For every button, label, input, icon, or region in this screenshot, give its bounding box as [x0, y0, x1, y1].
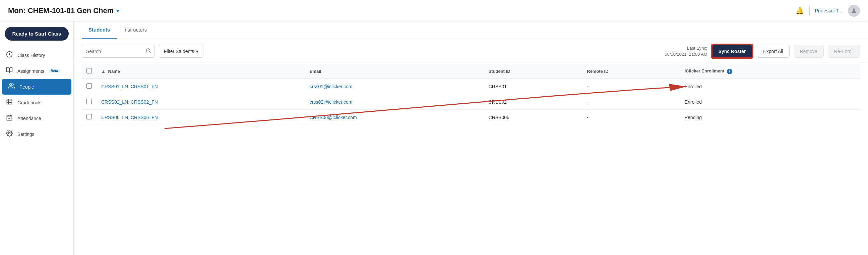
student-name-link[interactable]: CRSS02_LN, CRSS02_FN	[101, 99, 158, 105]
svg-rect-3	[7, 99, 12, 104]
svg-line-10	[150, 52, 151, 53]
sidebar-label-class-history: Class History	[18, 53, 45, 58]
tabs-bar: Students Instructors	[74, 22, 868, 39]
student-email-cell: crss02@iclicker.com	[305, 94, 484, 110]
reenroll-button[interactable]: Re-Enroll	[828, 45, 860, 58]
header-divider	[809, 6, 810, 16]
sidebar-item-people[interactable]: People	[2, 79, 71, 95]
remote-id-column-header: Remote ID	[582, 64, 680, 79]
sidebar-item-attendance[interactable]: Attendance	[0, 110, 73, 126]
student-name-cell: CRSS02_LN, CRSS02_FN	[96, 94, 305, 110]
row-checkbox-cell	[82, 79, 96, 94]
row-checkbox-cell	[82, 94, 96, 110]
header-right: 🔔 Professor T...	[796, 5, 860, 17]
row-checkbox[interactable]	[87, 83, 92, 89]
svg-point-2	[9, 84, 12, 86]
sidebar: Ready to Start Class Class History Assig…	[0, 22, 74, 255]
last-sync-value: 08/10/2021, 11:00 AM	[664, 52, 707, 57]
enrollment-info-icon[interactable]: i	[727, 69, 732, 74]
student-email-link[interactable]: crss02@iclicker.com	[310, 99, 352, 105]
settings-icon	[5, 130, 13, 138]
toolbar: Filter Students ▾ Last Sync: 08/10/2021,…	[74, 39, 868, 64]
student-name-link[interactable]: CRSS01_LN, CRSS01_FN	[101, 84, 158, 89]
row-checkbox[interactable]	[87, 98, 92, 104]
top-header: Mon: CHEM-101-01 Gen Chem ▾ 🔔 Professor …	[0, 0, 868, 22]
search-box	[82, 45, 155, 58]
email-column-header: Email	[305, 64, 484, 79]
name-column-header[interactable]: ▲ Name	[96, 64, 305, 79]
student-email-cell: crss01@iclicker.com	[305, 79, 484, 94]
student-name-cell: CRSS06_LN, CRSS06_FN	[96, 110, 305, 125]
avatar[interactable]	[848, 5, 860, 17]
last-sync-info: Last Sync: 08/10/2021, 11:00 AM	[664, 45, 707, 57]
tab-instructors[interactable]: Instructors	[117, 22, 154, 38]
svg-point-0	[853, 8, 855, 11]
enrollment-status-cell: Enrolled	[680, 79, 860, 94]
sort-arrow-icon: ▲	[101, 69, 105, 74]
main-layout: Ready to Start Class Class History Assig…	[0, 22, 868, 255]
student-id-column-header: Student ID	[484, 64, 583, 79]
clock-icon	[5, 51, 13, 59]
search-input[interactable]	[82, 49, 143, 54]
main-content: Students Instructors Filter Students ▾ L…	[74, 22, 868, 255]
enrollment-status-cell: Enrolled	[680, 94, 860, 110]
ready-to-start-class-button[interactable]: Ready to Start Class	[5, 27, 69, 40]
sidebar-item-settings[interactable]: Settings	[0, 126, 73, 142]
sidebar-label-assignments: Assignments	[18, 68, 44, 74]
filter-students-button[interactable]: Filter Students ▾	[159, 45, 204, 58]
remove-button[interactable]: Remove	[794, 45, 824, 58]
student-email-link[interactable]: CRSS06@iclicker.com	[310, 115, 357, 120]
svg-point-8	[9, 133, 10, 134]
sidebar-label-settings: Settings	[18, 132, 34, 137]
sidebar-label-people: People	[20, 84, 34, 90]
students-table: ▲ Name Email Student ID Remote ID	[82, 64, 860, 125]
select-all-column	[82, 64, 96, 79]
sidebar-item-class-history[interactable]: Class History	[0, 47, 73, 63]
gradebook-icon	[5, 98, 13, 107]
table-header-row: ▲ Name Email Student ID Remote ID	[82, 64, 860, 79]
student-name-link[interactable]: CRSS06_LN, CRSS06_FN	[101, 115, 158, 120]
remote-id-cell: -	[582, 94, 680, 110]
filter-chevron-icon: ▾	[196, 49, 198, 54]
people-icon	[7, 83, 16, 91]
remote-id-cell: -	[582, 79, 680, 94]
book-icon	[5, 67, 13, 75]
remote-id-cell: -	[582, 110, 680, 125]
svg-rect-4	[7, 115, 12, 120]
attendance-icon	[5, 114, 13, 122]
row-checkbox[interactable]	[87, 114, 92, 119]
sidebar-item-gradebook[interactable]: Gradebook	[0, 95, 73, 110]
search-button[interactable]	[143, 48, 155, 55]
svg-point-9	[147, 49, 150, 52]
student-email-cell: CRSS06@iclicker.com	[305, 110, 484, 125]
table-row: CRSS01_LN, CRSS01_FN crss01@iclicker.com…	[82, 79, 860, 94]
professor-name[interactable]: Professor T...	[815, 8, 842, 13]
sidebar-item-assignments[interactable]: Assignments Beta	[0, 63, 73, 79]
student-id-cell: CRSS02	[484, 94, 583, 110]
student-email-link[interactable]: crss01@iclicker.com	[310, 84, 352, 89]
student-id-cell: CRSS01	[484, 79, 583, 94]
iclicker-enrollment-column-header: iClicker Enrollment i	[680, 64, 860, 79]
table-row: CRSS02_LN, CRSS02_FN crss02@iclicker.com…	[82, 94, 860, 110]
sync-roster-button[interactable]: Sync Roster	[712, 44, 753, 58]
sidebar-label-attendance: Attendance	[18, 116, 41, 121]
select-all-checkbox[interactable]	[87, 68, 92, 74]
student-name-cell: CRSS01_LN, CRSS01_FN	[96, 79, 305, 94]
header-left: Mon: CHEM-101-01 Gen Chem ▾	[8, 6, 119, 15]
students-table-wrapper: ▲ Name Email Student ID Remote ID	[74, 64, 868, 125]
bell-icon[interactable]: 🔔	[796, 7, 804, 15]
row-checkbox-cell	[82, 110, 96, 125]
enrollment-status-cell: Pending	[680, 110, 860, 125]
course-title: Mon: CHEM-101-01 Gen Chem	[8, 6, 114, 15]
student-id-cell: CRSS006	[484, 110, 583, 125]
table-body: CRSS01_LN, CRSS01_FN crss01@iclicker.com…	[82, 79, 860, 125]
course-dropdown-icon[interactable]: ▾	[116, 7, 119, 15]
last-sync-label: Last Sync:	[687, 46, 708, 51]
export-all-button[interactable]: Export All	[757, 45, 789, 58]
filter-label: Filter Students	[164, 49, 194, 54]
table-row: CRSS06_LN, CRSS06_FN CRSS06@iclicker.com…	[82, 110, 860, 125]
tab-students[interactable]: Students	[82, 22, 117, 38]
sidebar-label-gradebook: Gradebook	[18, 100, 40, 105]
beta-badge: Beta	[49, 69, 60, 73]
